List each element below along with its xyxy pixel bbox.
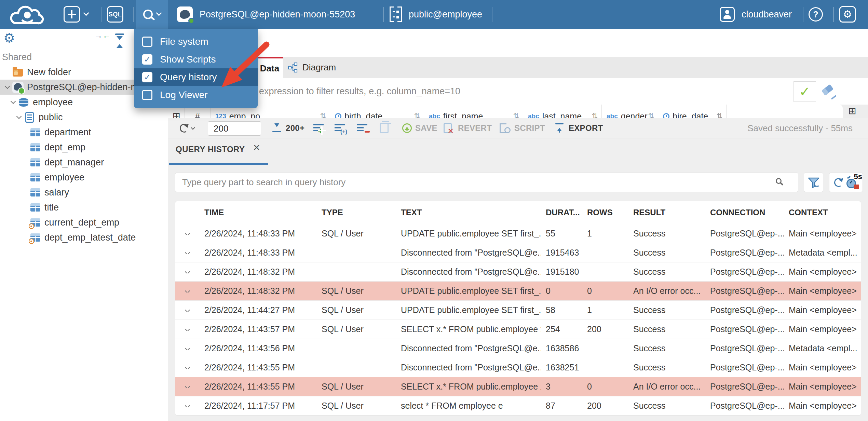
refresh-icon[interactable] — [833, 177, 844, 188]
refresh-button[interactable] — [180, 118, 194, 138]
expand-chevron-icon[interactable] — [185, 385, 190, 388]
query-history-row[interactable]: 2/26/2024, 11:43:55 PMDisconnected from … — [175, 358, 861, 377]
tab-diagram[interactable]: Diagram — [284, 57, 346, 78]
tree-item-dept-manager[interactable]: dept_manager — [0, 155, 168, 170]
tab-data[interactable]: Data — [256, 57, 283, 78]
expand-chevron-icon[interactable] — [185, 290, 190, 293]
refresh-group[interactable]: 5s — [829, 173, 863, 192]
script-label[interactable]: SCRIPT — [514, 118, 545, 138]
query-history-row[interactable]: 2/26/2024, 11:48:32 PMSQL / UserUPDATE p… — [175, 281, 861, 300]
grid-column-first-name[interactable]: abcfirst_name — [424, 105, 523, 118]
sort-icon[interactable] — [648, 112, 654, 118]
grid-column-birth-date[interactable]: birth_date — [330, 105, 424, 118]
tab-query-history[interactable]: QUERY HISTORY — [176, 145, 245, 154]
revert-label[interactable]: REVERT — [458, 118, 492, 138]
duplicate-row-button[interactable]: (+) — [335, 118, 346, 138]
grid-settings-icon[interactable]: ⊞ — [848, 106, 856, 116]
column-header-rows[interactable]: ROWS — [582, 208, 628, 217]
query-history-row[interactable]: 2/26/2024, 11:48:32 PMDisconnected from … — [175, 262, 861, 281]
sort-icon[interactable] — [592, 112, 598, 118]
menu-item-log-viewer[interactable]: Log Viewer — [134, 86, 258, 104]
search-icon — [143, 10, 153, 19]
close-icon[interactable]: ✕ — [253, 142, 260, 153]
column-header-result[interactable]: RESULT — [628, 208, 705, 217]
clear-filter-icon[interactable] — [820, 83, 837, 100]
connection-selector[interactable]: PostgreSQL@ep-hidden-moon-55203 — [177, 0, 355, 29]
checkbox-icon[interactable] — [142, 37, 152, 47]
expand-chevron-icon[interactable] — [185, 232, 190, 235]
save-button[interactable] — [402, 118, 412, 138]
tree-item-salary[interactable]: salary — [0, 185, 168, 200]
chevron-down-icon[interactable] — [9, 101, 17, 103]
fetch-page-button[interactable] — [272, 118, 282, 138]
expand-chevron-icon[interactable] — [185, 405, 190, 407]
export-button[interactable] — [555, 118, 564, 138]
schema-selector[interactable]: public@employee — [390, 0, 482, 29]
export-label[interactable]: EXPORT — [569, 118, 603, 138]
new-connection-button[interactable] — [64, 0, 88, 29]
column-header-durat[interactable]: DURAT... — [541, 208, 582, 217]
sync-arrows-icon[interactable]: →← — [94, 33, 107, 38]
cloudbeaver-logo[interactable] — [9, 3, 47, 26]
chevron-down-icon[interactable] — [3, 86, 12, 88]
column-header-type[interactable]: TYPE — [316, 208, 396, 217]
apply-filter-button[interactable] — [794, 81, 816, 102]
query-history-row[interactable]: 2/26/2024, 11:43:56 PMDisconnected from … — [175, 339, 861, 358]
settings-button[interactable]: ⚙ — [839, 0, 856, 29]
tree-item-dept-emp-latest-date[interactable]: dept_emp_latest_date — [0, 230, 168, 245]
fetch-page-label[interactable]: 200+ — [286, 118, 304, 138]
filter-expression-input[interactable] — [168, 78, 793, 105]
expand-chevron-icon[interactable] — [185, 309, 190, 312]
revert-button[interactable] — [444, 118, 452, 138]
save-label[interactable]: SAVE — [415, 118, 437, 138]
tree-item-current-dept-emp[interactable]: current_dept_emp — [0, 215, 168, 230]
query-history-row[interactable]: 2/26/2024, 11:43:55 PMSQL / UserSELECT x… — [175, 377, 861, 396]
tree-item-dept-emp[interactable]: dept_emp — [0, 140, 168, 155]
tree-item-title[interactable]: title — [0, 200, 168, 215]
sql-editor-button[interactable]: SQL — [107, 0, 123, 29]
expand-chevron-icon[interactable] — [185, 347, 190, 350]
query-history-row[interactable]: 2/26/2024, 11:48:33 PMDisconnected from … — [175, 243, 861, 262]
copy-button[interactable] — [380, 118, 389, 138]
grid-column-gender[interactable]: abcgender — [602, 105, 658, 118]
column-header-connection[interactable]: CONNECTION — [705, 208, 784, 217]
query-history-row[interactable]: 2/26/2024, 11:43:57 PMSQL / UserSELECT x… — [175, 320, 861, 339]
query-history-row[interactable]: 2/26/2024, 11:48:33 PMSQL / UserUPDATE p… — [175, 224, 861, 243]
column-header-context[interactable]: CONTEXT — [784, 208, 861, 217]
user-menu-button[interactable]: cloudbeaver — [720, 0, 792, 29]
add-row-button[interactable]: + — [313, 118, 325, 138]
sort-icon[interactable] — [717, 112, 723, 118]
chevron-down-icon[interactable] — [14, 116, 23, 118]
sort-icon[interactable] — [320, 112, 326, 118]
tree-item-employee[interactable]: employee — [0, 170, 168, 185]
expand-chevron-icon[interactable] — [185, 252, 190, 254]
menu-item-show-scripts[interactable]: Show Scripts — [134, 51, 258, 68]
expand-chevron-icon[interactable] — [185, 271, 190, 273]
tools-menu-button[interactable] — [136, 0, 168, 29]
delete-row-button[interactable] — [357, 118, 369, 138]
menu-item-file-system[interactable]: File system — [134, 33, 258, 51]
query-history-row[interactable]: 2/26/2024, 11:44:27 PMSQL / UserUPDATE p… — [175, 300, 861, 320]
gear-icon[interactable]: ⚙ — [3, 31, 15, 44]
column-header-text[interactable]: TEXT — [396, 208, 541, 217]
column-header-time[interactable]: TIME — [199, 208, 316, 217]
sort-icon[interactable] — [414, 112, 420, 118]
grid-column-hire-date[interactable]: hire_date — [658, 105, 727, 118]
tree-item-department[interactable]: department — [0, 125, 168, 140]
expand-chevron-icon[interactable] — [185, 366, 190, 369]
filter-button[interactable] — [804, 173, 823, 192]
checkbox-icon[interactable] — [142, 54, 152, 65]
checkbox-icon[interactable] — [142, 90, 152, 100]
checkbox-icon[interactable] — [142, 72, 152, 82]
script-button[interactable] — [500, 118, 506, 138]
grid-column-last-name[interactable]: abclast_name — [523, 105, 602, 118]
query-history-row[interactable]: 2/26/2024, 11:17:57 PMSQL / Userselect *… — [175, 396, 861, 415]
help-button[interactable]: ? — [809, 0, 823, 29]
sort-icon[interactable] — [513, 112, 519, 118]
collapse-all-icon[interactable] — [114, 33, 125, 48]
query-history-search-input[interactable] — [175, 173, 798, 192]
expand-chevron-icon[interactable] — [185, 328, 190, 331]
menu-item-query-history[interactable]: Query history — [134, 68, 258, 86]
row-limit-input[interactable] — [208, 121, 261, 136]
tree-item-public[interactable]: public — [0, 110, 168, 125]
